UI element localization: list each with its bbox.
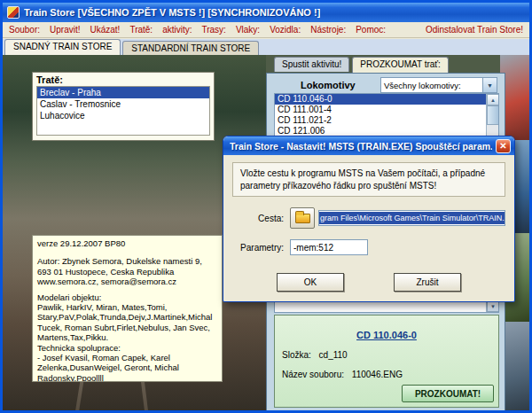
scrollbar-thumb[interactable] [487, 105, 499, 125]
dialog-body: Vložte cestu k programu MSTS na Vašem po… [223, 155, 514, 301]
loco-item[interactable]: CD 111.021-2 [275, 115, 498, 126]
activity-tab-strip: Spustit aktivitu! PROZKOUMAT trať: [274, 57, 449, 73]
cancel-button[interactable]: Zrušit [394, 273, 461, 292]
folder-icon [295, 214, 310, 223]
app-icon [7, 6, 20, 19]
folder-label: Složka: [282, 350, 311, 360]
loco-filter-value: Všechny lokomotivy: [384, 81, 461, 90]
path-row: Cesta: gram Files\Microsoft Games\Train … [232, 207, 505, 229]
loco-item[interactable]: CD 110.046-0 [275, 94, 498, 105]
modelers-list: Pawlik, HarkIV, Miran, Mates,Tomi, Stary… [37, 302, 217, 343]
menu-trasy[interactable]: Trasy: [201, 25, 225, 35]
params-input[interactable] [290, 239, 368, 255]
dialog-message: Vložte cestu k programu MSTS na Vašem po… [232, 162, 505, 197]
params-label: Parametry: [232, 243, 284, 253]
chevron-down-icon[interactable]: ▼ [482, 78, 497, 92]
scroll-up-icon[interactable]: ▲ [487, 94, 499, 105]
modelers-title: Modelari objektu: [37, 292, 217, 302]
route-version: verze 29.12.2007 BP80 [37, 238, 217, 248]
main-content: Tratě: Breclav - Praha Caslav - Tremosni… [3, 55, 529, 410]
menu-vozidla[interactable]: Vozidla: [270, 25, 301, 35]
train-store-window: Train Store [VŠECHNO ZPĚT V MSTS !] [SYN… [0, 0, 532, 413]
menu-trate[interactable]: Tratě: [129, 25, 153, 35]
file-value: 110046.ENG [352, 370, 403, 379]
tech-title: Technicka spoluprace: [37, 343, 217, 353]
loco-item[interactable]: CD 111.001-4 [275, 105, 498, 115]
window-title: Train Store [VŠECHNO ZPĚT V MSTS !] [SYN… [24, 7, 320, 18]
loco-filter-row: Lokomotivy Všechny lokomotivy: ▼ [274, 77, 497, 93]
loco-label: Lokomotivy [301, 80, 356, 90]
ok-button[interactable]: OK [277, 273, 344, 292]
menu-nastroje[interactable]: Nástroje: [310, 25, 346, 35]
route-info-panel: verze 29.12.2007 BP80 Autor: Zbynek Semo… [32, 235, 223, 382]
menu-ukazat[interactable]: Ukázat! [90, 25, 120, 35]
close-icon[interactable]: ✕ [496, 139, 511, 153]
main-tab-strip: SNADNÝ TRAIN STORE STANDARDNÍ TRAIN STOR… [3, 39, 529, 55]
path-label: Cesta: [232, 214, 284, 223]
loco-filter-dropdown[interactable]: Všechny lokomotivy: ▼ [380, 77, 497, 93]
msts-path-input[interactable]: gram Files\Microsoft Games\Train Simulat… [318, 210, 505, 226]
settings-dialog: Train Store - Nastavit! MSTS (TRAIN.EXE)… [223, 136, 515, 302]
route-item[interactable]: Luhacovice [37, 110, 209, 121]
file-label: Název souboru: [282, 370, 344, 379]
menu-upravit[interactable]: Upravit! [50, 25, 80, 35]
routes-list: Breclav - Praha Caslav - Tremosnice Luha… [36, 86, 210, 136]
menu-pomoc[interactable]: Pomoc: [356, 25, 386, 35]
folder-value: cd_110 [319, 350, 348, 360]
tab-snadny-train-store[interactable]: SNADNÝ TRAIN STORE [4, 39, 121, 55]
menu-soubor[interactable]: Soubor: [9, 25, 40, 35]
route-item[interactable]: Breclav - Praha [37, 87, 209, 98]
loco-file-row: Název souboru: 110046.ENG [282, 370, 498, 379]
params-row: Parametry: [232, 239, 505, 255]
path-selected-text: gram Files\Microsoft Games\Train Simulat… [319, 212, 505, 224]
tab-prozkoumat-trat[interactable]: PROZKOUMAT trať: [352, 57, 449, 73]
menu-uninstall[interactable]: Odinstalovat Train Store! [426, 25, 523, 35]
prozkoumat-button[interactable]: PROZKOUMAT! [402, 385, 494, 402]
loco-detail-panel: CD 110.046-0 Složka: cd_110 Název soubor… [274, 315, 499, 408]
menu-bar: Soubor: Upravit! Ukázat! Tratě: aktivity… [3, 22, 529, 38]
menu-vlaky[interactable]: Vlaky: [236, 25, 260, 35]
routes-panel: Tratě: Breclav - Praha Caslav - Tremosni… [32, 72, 215, 141]
tab-spustit-aktivitu[interactable]: Spustit aktivitu! [274, 57, 349, 72]
loco-name: CD 110.046-0 [275, 330, 498, 340]
browse-folder-button[interactable] [290, 207, 315, 229]
tech-list: - Josef Kvasil, Roman Capek, Karel Zelen… [37, 353, 217, 382]
dialog-title: Train Store - Nastavit! MSTS (TRAIN.EXE)… [230, 141, 492, 152]
dialog-title-bar[interactable]: Train Store - Nastavit! MSTS (TRAIN.EXE)… [223, 136, 514, 155]
dialog-buttons: OK Zrušit [223, 273, 514, 292]
loco-folder-row: Složka: cd_110 [282, 350, 498, 360]
title-bar[interactable]: Train Store [VŠECHNO ZPĚT V MSTS !] [SYN… [3, 3, 529, 22]
routes-title: Tratě: [36, 74, 210, 85]
route-author: Autor: Zbynek Semora, Dukelske namesti 9… [37, 256, 217, 286]
route-item[interactable]: Caslav - Tremosnice [37, 98, 209, 110]
menu-aktivity[interactable]: aktivity: [162, 25, 192, 35]
tab-standardni-train-store[interactable]: STANDARDNÍ TRAIN STORE [122, 41, 259, 55]
